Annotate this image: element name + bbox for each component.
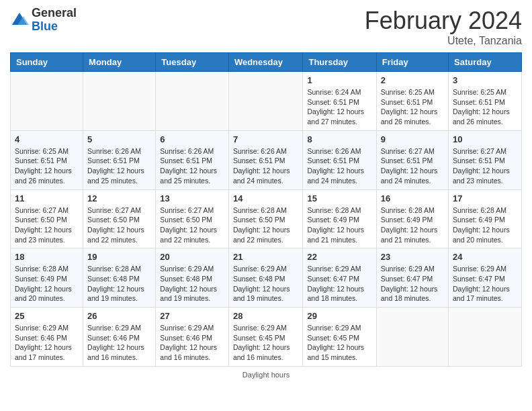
day-info: Sunrise: 6:29 AMSunset: 6:47 PMDaylight:…: [307, 264, 371, 304]
day-number: 17: [453, 193, 517, 203]
calendar-cell: 12Sunrise: 6:27 AMSunset: 6:50 PMDayligh…: [83, 189, 156, 248]
calendar-cell: 1Sunrise: 6:24 AMSunset: 6:51 PMDaylight…: [303, 72, 376, 131]
day-info: Sunrise: 6:29 AMSunset: 6:48 PMDaylight:…: [160, 264, 224, 304]
day-info: Sunrise: 6:29 AMSunset: 6:45 PMDaylight:…: [307, 323, 371, 363]
calendar-cell: 13Sunrise: 6:27 AMSunset: 6:50 PMDayligh…: [156, 189, 229, 248]
footer-note: Daylight hours: [10, 371, 522, 379]
daylight-label: Daylight hours: [242, 371, 290, 379]
calendar-cell: 8Sunrise: 6:26 AMSunset: 6:51 PMDaylight…: [303, 130, 376, 189]
calendar-cell: 2Sunrise: 6:25 AMSunset: 6:51 PMDaylight…: [376, 72, 448, 131]
logo: General Blue: [10, 7, 77, 34]
calendar-cell: 23Sunrise: 6:29 AMSunset: 6:47 PMDayligh…: [376, 248, 448, 308]
day-info: Sunrise: 6:29 AMSunset: 6:46 PMDaylight:…: [87, 323, 151, 363]
title-section: February 2024 Utete, Tanzania: [365, 7, 522, 47]
day-info: Sunrise: 6:25 AMSunset: 6:51 PMDaylight:…: [453, 87, 517, 127]
calendar-cell: 24Sunrise: 6:29 AMSunset: 6:47 PMDayligh…: [449, 248, 522, 308]
day-number: 18: [15, 252, 79, 262]
calendar-day-header: Monday: [83, 53, 156, 72]
calendar-day-header: Friday: [376, 53, 448, 72]
day-info: Sunrise: 6:29 AMSunset: 6:45 PMDaylight:…: [233, 323, 299, 363]
day-number: 21: [233, 252, 299, 262]
calendar-cell: 18Sunrise: 6:28 AMSunset: 6:49 PMDayligh…: [11, 248, 83, 308]
calendar-cell: 27Sunrise: 6:29 AMSunset: 6:46 PMDayligh…: [156, 308, 229, 367]
day-info: Sunrise: 6:28 AMSunset: 6:50 PMDaylight:…: [233, 205, 299, 245]
day-info: Sunrise: 6:29 AMSunset: 6:46 PMDaylight:…: [15, 323, 79, 363]
calendar-day-header: Tuesday: [156, 53, 229, 72]
day-number: 14: [233, 193, 299, 203]
day-info: Sunrise: 6:28 AMSunset: 6:49 PMDaylight:…: [307, 205, 371, 245]
month-title: February 2024: [365, 7, 522, 35]
calendar-cell: [449, 308, 522, 367]
calendar-cell: [228, 72, 303, 131]
day-number: 9: [381, 134, 444, 144]
calendar-day-header: Thursday: [303, 53, 376, 72]
logo-text: General Blue: [32, 7, 77, 34]
calendar-cell: 6Sunrise: 6:26 AMSunset: 6:51 PMDaylight…: [156, 130, 229, 189]
day-info: Sunrise: 6:28 AMSunset: 6:49 PMDaylight:…: [453, 205, 517, 245]
header: General Blue February 2024 Utete, Tanzan…: [10, 7, 522, 47]
calendar-week-row: 4Sunrise: 6:25 AMSunset: 6:51 PMDaylight…: [11, 130, 522, 189]
day-number: 20: [160, 252, 224, 262]
day-info: Sunrise: 6:25 AMSunset: 6:51 PMDaylight:…: [15, 146, 79, 186]
calendar-week-row: 18Sunrise: 6:28 AMSunset: 6:49 PMDayligh…: [11, 248, 522, 308]
calendar-cell: 4Sunrise: 6:25 AMSunset: 6:51 PMDaylight…: [11, 130, 83, 189]
day-info: Sunrise: 6:29 AMSunset: 6:46 PMDaylight:…: [160, 323, 224, 363]
day-number: 3: [453, 75, 517, 85]
calendar-cell: [156, 72, 229, 131]
calendar-cell: 17Sunrise: 6:28 AMSunset: 6:49 PMDayligh…: [449, 189, 522, 248]
day-number: 6: [160, 134, 224, 144]
calendar-day-header: Sunday: [11, 53, 83, 72]
calendar-header-row: SundayMondayTuesdayWednesdayThursdayFrid…: [11, 53, 522, 72]
calendar-week-row: 11Sunrise: 6:27 AMSunset: 6:50 PMDayligh…: [11, 189, 522, 248]
calendar-cell: 11Sunrise: 6:27 AMSunset: 6:50 PMDayligh…: [11, 189, 83, 248]
day-number: 10: [453, 134, 517, 144]
calendar-table: SundayMondayTuesdayWednesdayThursdayFrid…: [10, 52, 522, 367]
day-number: 15: [307, 193, 371, 203]
day-info: Sunrise: 6:26 AMSunset: 6:51 PMDaylight:…: [233, 146, 299, 186]
calendar-cell: 25Sunrise: 6:29 AMSunset: 6:46 PMDayligh…: [11, 308, 83, 367]
day-number: 29: [307, 311, 371, 321]
calendar-cell: 14Sunrise: 6:28 AMSunset: 6:50 PMDayligh…: [228, 189, 303, 248]
logo-icon: [10, 11, 29, 30]
day-info: Sunrise: 6:28 AMSunset: 6:48 PMDaylight:…: [87, 264, 151, 304]
calendar-day-header: Wednesday: [228, 53, 303, 72]
day-number: 22: [307, 252, 371, 262]
day-info: Sunrise: 6:26 AMSunset: 6:51 PMDaylight:…: [87, 146, 151, 186]
day-number: 4: [15, 134, 79, 144]
day-info: Sunrise: 6:29 AMSunset: 6:48 PMDaylight:…: [233, 264, 299, 304]
calendar-cell: [376, 308, 448, 367]
calendar-cell: 15Sunrise: 6:28 AMSunset: 6:49 PMDayligh…: [303, 189, 376, 248]
day-info: Sunrise: 6:27 AMSunset: 6:50 PMDaylight:…: [87, 205, 151, 245]
day-number: 23: [381, 252, 444, 262]
calendar-cell: 28Sunrise: 6:29 AMSunset: 6:45 PMDayligh…: [228, 308, 303, 367]
day-number: 27: [160, 311, 224, 321]
day-info: Sunrise: 6:27 AMSunset: 6:51 PMDaylight:…: [453, 146, 517, 186]
calendar-cell: 26Sunrise: 6:29 AMSunset: 6:46 PMDayligh…: [83, 308, 156, 367]
day-number: 5: [87, 134, 151, 144]
calendar-cell: 20Sunrise: 6:29 AMSunset: 6:48 PMDayligh…: [156, 248, 229, 308]
day-number: 16: [381, 193, 444, 203]
calendar-cell: 5Sunrise: 6:26 AMSunset: 6:51 PMDaylight…: [83, 130, 156, 189]
logo-blue: Blue: [32, 20, 77, 34]
calendar-cell: 22Sunrise: 6:29 AMSunset: 6:47 PMDayligh…: [303, 248, 376, 308]
day-info: Sunrise: 6:28 AMSunset: 6:49 PMDaylight:…: [381, 205, 444, 245]
calendar-day-header: Saturday: [449, 53, 522, 72]
logo-general: General: [32, 7, 77, 20]
day-info: Sunrise: 6:29 AMSunset: 6:47 PMDaylight:…: [453, 264, 517, 304]
day-info: Sunrise: 6:28 AMSunset: 6:49 PMDaylight:…: [15, 264, 79, 304]
day-number: 7: [233, 134, 299, 144]
day-info: Sunrise: 6:26 AMSunset: 6:51 PMDaylight:…: [160, 146, 224, 186]
day-number: 8: [307, 134, 371, 144]
day-info: Sunrise: 6:25 AMSunset: 6:51 PMDaylight:…: [381, 87, 444, 127]
day-number: 28: [233, 311, 299, 321]
location-subtitle: Utete, Tanzania: [365, 35, 522, 47]
calendar-cell: 3Sunrise: 6:25 AMSunset: 6:51 PMDaylight…: [449, 72, 522, 131]
day-info: Sunrise: 6:27 AMSunset: 6:50 PMDaylight:…: [160, 205, 224, 245]
day-number: 13: [160, 193, 224, 203]
day-info: Sunrise: 6:27 AMSunset: 6:51 PMDaylight:…: [381, 146, 444, 186]
calendar-cell: 10Sunrise: 6:27 AMSunset: 6:51 PMDayligh…: [449, 130, 522, 189]
calendar-cell: 29Sunrise: 6:29 AMSunset: 6:45 PMDayligh…: [303, 308, 376, 367]
calendar-cell: 7Sunrise: 6:26 AMSunset: 6:51 PMDaylight…: [228, 130, 303, 189]
calendar-cell: [83, 72, 156, 131]
day-info: Sunrise: 6:26 AMSunset: 6:51 PMDaylight:…: [307, 146, 371, 186]
